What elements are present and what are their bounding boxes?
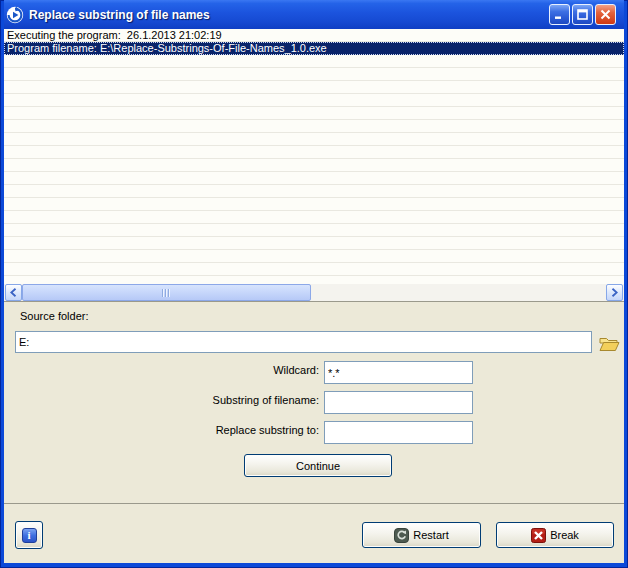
log-empty-row bbox=[4, 276, 624, 284]
log-empty-row bbox=[4, 159, 624, 172]
log-panel: Executing the program: 26.1.2013 21:02:1… bbox=[4, 29, 624, 302]
footer-divider bbox=[4, 503, 624, 504]
info-icon: i bbox=[22, 528, 37, 543]
log-empty-row bbox=[4, 211, 624, 224]
log-empty-row bbox=[4, 55, 624, 68]
source-folder-input[interactable] bbox=[15, 331, 592, 353]
window-title: Replace substring of file names bbox=[29, 8, 210, 22]
log-empty-row bbox=[4, 107, 624, 120]
close-button-icon[interactable] bbox=[595, 4, 616, 25]
scrollbar-thumb[interactable] bbox=[22, 284, 311, 301]
replace-input[interactable] bbox=[324, 421, 473, 444]
log-empty-row bbox=[4, 81, 624, 94]
restart-button[interactable]: Restart bbox=[362, 522, 481, 548]
browse-folder-icon[interactable] bbox=[598, 334, 620, 352]
window-run-icon bbox=[6, 6, 24, 24]
log-empty-row bbox=[4, 185, 624, 198]
app-window: Replace substring of file names Executin… bbox=[0, 0, 628, 568]
log-empty-row bbox=[4, 198, 624, 211]
log-empty-row bbox=[4, 120, 624, 133]
break-x-icon bbox=[531, 528, 546, 543]
minimize-button-icon[interactable] bbox=[549, 4, 570, 25]
substring-label: Substring of filename: bbox=[119, 394, 319, 406]
title-bar: Replace substring of file names bbox=[0, 0, 628, 29]
log-empty-row bbox=[4, 172, 624, 185]
log-row-selected[interactable]: Program filename: E:\Replace-Substrings-… bbox=[4, 42, 624, 55]
log-row[interactable]: Executing the program: 26.1.2013 21:02:1… bbox=[4, 29, 624, 42]
log-empty-row bbox=[4, 133, 624, 146]
break-button-label: Break bbox=[550, 529, 579, 541]
log-empty-row bbox=[4, 68, 624, 81]
wildcard-input[interactable] bbox=[324, 361, 473, 384]
horizontal-scrollbar[interactable] bbox=[4, 284, 624, 301]
replace-label: Replace substring to: bbox=[119, 424, 319, 436]
scrollbar-grip bbox=[162, 289, 171, 297]
substring-input[interactable] bbox=[324, 391, 473, 414]
continue-button[interactable]: Continue bbox=[244, 454, 392, 477]
scroll-left-arrow-icon[interactable] bbox=[5, 284, 22, 301]
log-empty-row bbox=[4, 263, 624, 276]
wildcard-label: Wildcard: bbox=[119, 364, 319, 376]
maximize-button-icon[interactable] bbox=[572, 4, 593, 25]
log-empty-row bbox=[4, 224, 624, 237]
log-empty-row bbox=[4, 250, 624, 263]
break-button[interactable]: Break bbox=[496, 522, 614, 548]
log-empty-row bbox=[4, 146, 624, 159]
log-empty-row bbox=[4, 94, 624, 107]
log-list[interactable]: Executing the program: 26.1.2013 21:02:1… bbox=[4, 29, 624, 284]
scroll-right-arrow-icon[interactable] bbox=[606, 284, 623, 301]
log-empty-row bbox=[4, 237, 624, 250]
info-button[interactable]: i bbox=[15, 521, 43, 549]
source-folder-label: Source folder: bbox=[20, 310, 88, 322]
restart-icon bbox=[394, 528, 409, 543]
restart-button-label: Restart bbox=[413, 529, 448, 541]
